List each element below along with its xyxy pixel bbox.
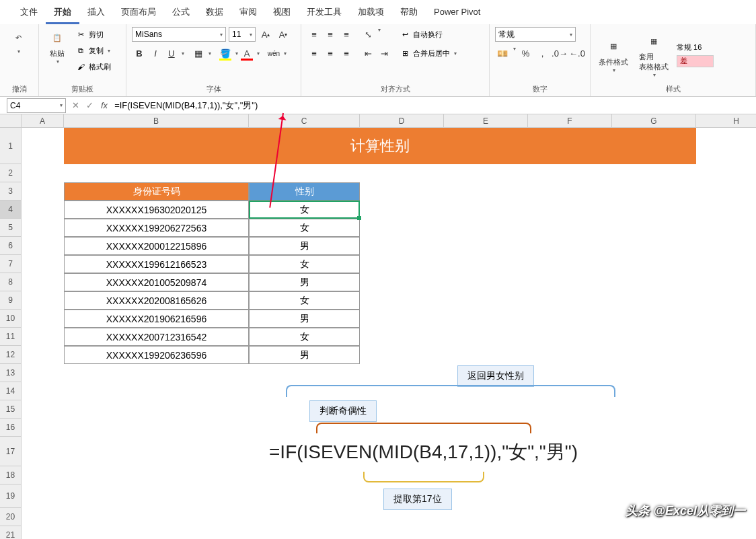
column-header[interactable]: B: [64, 114, 249, 128]
menu-item-6[interactable]: 审阅: [231, 0, 265, 24]
row-header[interactable]: 8: [0, 273, 22, 291]
format-as-table-button[interactable]: ▦套用 表格格式▾: [636, 30, 671, 79]
column-header[interactable]: E: [444, 114, 528, 128]
cell-gender[interactable]: 男: [249, 237, 360, 255]
undo-button[interactable]: ↶▾: [5, 27, 31, 56]
percent-icon[interactable]: %: [519, 46, 533, 61]
cut-button[interactable]: ✂剪切: [74, 27, 112, 42]
row-header[interactable]: 14: [0, 382, 22, 400]
menu-item-5[interactable]: 数据: [198, 0, 231, 24]
cell-style-normal[interactable]: 常规 16: [677, 42, 714, 52]
align-top-icon[interactable]: ≡: [307, 27, 322, 42]
paste-button[interactable]: 📋粘贴▾: [44, 27, 70, 66]
align-right-icon[interactable]: ≡: [339, 46, 354, 61]
cell-gender[interactable]: 女: [249, 291, 360, 310]
cell-id[interactable]: XXXXXX196302020125: [64, 201, 249, 219]
cell-id[interactable]: XXXXXX199612166523: [64, 255, 249, 273]
cell-id[interactable]: XXXXXX200712316542: [64, 328, 249, 346]
menu-item-0[interactable]: 文件: [12, 0, 46, 24]
bold-button[interactable]: B: [132, 46, 147, 61]
phonetic-button[interactable]: wén: [266, 46, 281, 61]
row-header[interactable]: 15: [0, 400, 22, 419]
align-bottom-icon[interactable]: ≡: [339, 27, 354, 42]
row-header[interactable]: 2: [0, 164, 22, 182]
copy-button[interactable]: ⧉复制▾: [74, 43, 112, 58]
menu-item-8[interactable]: 开发工具: [299, 0, 350, 24]
row-header[interactable]: 11: [0, 328, 22, 346]
conditional-format-button[interactable]: ▦条件格式▾: [596, 36, 631, 75]
menu-item-4[interactable]: 公式: [164, 0, 198, 24]
column-header[interactable]: D: [360, 114, 444, 128]
row-header[interactable]: 10: [0, 310, 22, 328]
number-format-select[interactable]: 常规▾: [495, 27, 576, 42]
cell-id[interactable]: XXXXXX201906216596: [64, 310, 249, 328]
select-all-triangle[interactable]: [0, 114, 22, 128]
row-header[interactable]: 13: [0, 364, 22, 382]
cell-gender[interactable]: 男: [249, 310, 360, 328]
menu-item-1[interactable]: 开始: [46, 0, 79, 24]
row-header[interactable]: 1: [0, 128, 22, 164]
row-header[interactable]: 20: [0, 508, 22, 526]
align-center-icon[interactable]: ≡: [323, 46, 338, 61]
cell-gender[interactable]: 女: [249, 201, 360, 219]
decrease-decimal-icon[interactable]: ←.0: [570, 46, 584, 61]
row-header[interactable]: 19: [0, 484, 22, 508]
currency-icon[interactable]: 💴: [495, 46, 509, 61]
row-header[interactable]: 16: [0, 419, 22, 437]
cell-id[interactable]: XXXXXX201005209874: [64, 273, 249, 291]
cell-gender[interactable]: 女: [249, 255, 360, 273]
increase-decimal-icon[interactable]: .0→: [552, 46, 567, 61]
column-header[interactable]: H: [696, 114, 756, 128]
decrease-font-icon[interactable]: A▾: [276, 27, 291, 42]
row-header[interactable]: 9: [0, 291, 22, 310]
menu-item-3[interactable]: 页面布局: [113, 0, 164, 24]
merge-center-button[interactable]: ⊞合并后居中▾: [398, 46, 458, 61]
align-left-icon[interactable]: ≡: [307, 46, 322, 61]
font-color-button[interactable]: A: [239, 46, 254, 61]
comma-icon[interactable]: ,: [535, 46, 550, 61]
increase-font-icon[interactable]: A▴: [258, 27, 273, 42]
row-header[interactable]: 18: [0, 466, 22, 484]
cell-gender[interactable]: 女: [249, 328, 360, 346]
font-size-select[interactable]: 11▾: [229, 27, 256, 42]
fx-icon[interactable]: fx: [101, 100, 108, 110]
row-header[interactable]: 21: [0, 526, 22, 539]
align-middle-icon[interactable]: ≡: [323, 27, 338, 42]
orientation-icon[interactable]: ⤡: [361, 27, 375, 42]
row-header[interactable]: 5: [0, 219, 22, 237]
indent-decrease-icon[interactable]: ⇤: [361, 46, 375, 61]
column-header[interactable]: A: [22, 114, 64, 128]
row-header[interactable]: 7: [0, 255, 22, 273]
row-header[interactable]: 12: [0, 346, 22, 364]
indent-increase-icon[interactable]: ⇥: [377, 46, 391, 61]
column-header[interactable]: G: [612, 114, 696, 128]
cancel-formula-icon[interactable]: ✕: [70, 100, 81, 110]
row-header[interactable]: 3: [0, 182, 22, 201]
menu-item-7[interactable]: 视图: [265, 0, 299, 24]
border-button[interactable]: ▦: [191, 46, 206, 61]
underline-button[interactable]: U: [164, 46, 179, 61]
format-painter-button[interactable]: 🖌格式刷: [74, 59, 112, 74]
formula-input[interactable]: =IF(ISEVEN(MID(B4,17,1)),"女","男"): [110, 100, 756, 112]
cell-id[interactable]: XXXXXX199206236596: [64, 346, 249, 364]
row-header[interactable]: 6: [0, 237, 22, 255]
column-header[interactable]: C: [249, 114, 360, 128]
menu-item-9[interactable]: 加载项: [350, 0, 392, 24]
cell-id[interactable]: XXXXXX200012215896: [64, 237, 249, 255]
row-header[interactable]: 17: [0, 437, 22, 466]
cell-gender[interactable]: 男: [249, 346, 360, 364]
cell-gender[interactable]: 女: [249, 219, 360, 237]
cell-style-bad[interactable]: 差: [677, 55, 714, 67]
row-header[interactable]: 4: [0, 201, 22, 219]
italic-button[interactable]: I: [148, 46, 163, 61]
cell-id[interactable]: XXXXXX202008165626: [64, 291, 249, 310]
menu-item-11[interactable]: Power Pivot: [426, 0, 488, 24]
name-box[interactable]: C4▾: [7, 98, 66, 113]
column-header[interactable]: F: [528, 114, 612, 128]
font-name-select[interactable]: MiSans▾: [132, 27, 226, 42]
menu-item-2[interactable]: 插入: [79, 0, 113, 24]
fill-color-button[interactable]: 🪣: [218, 46, 233, 61]
cell-gender[interactable]: 男: [249, 273, 360, 291]
menu-item-10[interactable]: 帮助: [392, 0, 426, 24]
cell-id[interactable]: XXXXXX199206272563: [64, 219, 249, 237]
